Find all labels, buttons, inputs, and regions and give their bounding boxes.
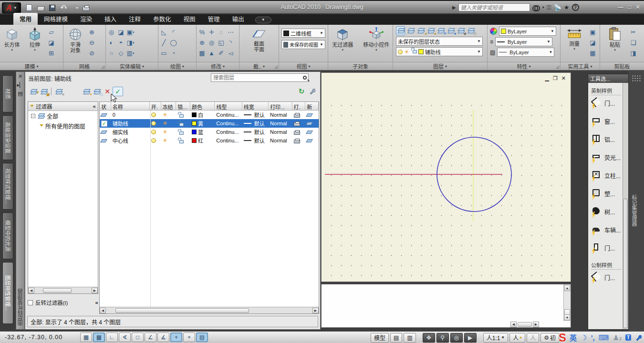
layer-plotstyle-cell[interactable]: Normal xyxy=(269,136,292,145)
layer-state-dropdown[interactable]: 未保存的图层状态▼ xyxy=(396,37,483,46)
column-header-4[interactable]: 锁... xyxy=(176,102,190,110)
layer-vpfreeze-icon[interactable] xyxy=(305,136,319,145)
scroll-left-icon[interactable]: ◀ xyxy=(28,288,34,293)
annotation-scale-button[interactable]: 人1:1▼ xyxy=(483,333,509,343)
layer-lock-icon[interactable] xyxy=(176,128,190,136)
panel-label-modeling[interactable]: 建模▾ xyxy=(0,62,63,70)
layer-name[interactable]: 辅助线 xyxy=(111,119,150,128)
select-similar-icon[interactable]: ◪ xyxy=(588,38,597,47)
layer-lock-icon[interactable] xyxy=(176,119,190,128)
angle-toggle[interactable]: ∠ xyxy=(145,333,156,342)
paste-button[interactable]: 粘贴▾ xyxy=(604,26,626,52)
paste-special-icon[interactable]: ◨ xyxy=(629,49,638,58)
calculator-icon[interactable]: ▦ xyxy=(588,49,597,58)
ortho-toggle[interactable]: ∟ xyxy=(106,333,118,342)
communication-center-icon[interactable]: 📡 xyxy=(554,4,561,11)
layer-freeze-sun-icon[interactable]: ☀ xyxy=(161,111,177,119)
layer-name[interactable]: 中心线 xyxy=(111,136,150,145)
no-filter-button[interactable]: 无过滤器▾ xyxy=(329,26,356,52)
layer-lineweight-cell[interactable]: 默认 xyxy=(242,111,269,119)
subtract-icon[interactable]: ◐ xyxy=(107,38,116,47)
circle-icon[interactable]: ◯ xyxy=(169,38,178,47)
quick-select-icon[interactable]: ▣ xyxy=(588,28,597,37)
layer-freeze-sun-icon[interactable]: ☀ xyxy=(161,119,177,128)
layer-previous-icon[interactable]: ◂ xyxy=(416,26,425,35)
layer-freeze-sun-icon[interactable]: ☀ xyxy=(161,136,177,145)
surface-icon[interactable]: ◪ xyxy=(47,38,56,47)
move-icon[interactable]: ✛ xyxy=(207,28,216,37)
subscription-key-icon[interactable]: ⚿ xyxy=(547,4,551,11)
mesh-refine-icon[interactable]: ⊕ xyxy=(87,28,96,37)
refresh-button[interactable]: ↻ xyxy=(296,87,307,96)
layer-row-细实线[interactable]: 细实线☀蓝Continu...默认Normal xyxy=(100,128,319,136)
polar-toggle[interactable]: ∢ xyxy=(119,333,131,342)
panel-label-clipboard[interactable]: 剪贴板 xyxy=(600,62,644,70)
layer-on-bulb-icon[interactable] xyxy=(150,119,161,128)
minimize-button[interactable]: — xyxy=(618,4,623,10)
scroll-thumb[interactable] xyxy=(115,308,249,313)
palette-tool-0-8[interactable]: 门... xyxy=(592,243,623,252)
layer-on-bulb-icon[interactable] xyxy=(150,136,161,145)
layer-plotstyle-cell[interactable]: Normal xyxy=(269,119,292,128)
steering-wheel-button[interactable]: ◎ xyxy=(450,333,463,343)
mesh-reduce-icon[interactable]: ⊖ xyxy=(87,38,96,47)
auto-annotate-button[interactable]: 人 xyxy=(527,333,539,343)
panel-label-mesh[interactable]: 网格◿ xyxy=(63,62,105,70)
model-space-button[interactable]: 模型 xyxy=(371,333,389,343)
panel-label-utilities[interactable]: 实用工具▾ xyxy=(561,62,600,70)
ribbon-tab-8[interactable]: 输出 xyxy=(226,13,250,25)
favorites-star-icon[interactable]: ★ xyxy=(564,4,570,11)
layer-row-辅助线[interactable]: ✓辅助线☀黄Continu...默认Normal xyxy=(100,119,319,128)
thicken-icon[interactable]: ◓ xyxy=(116,38,125,47)
layer-plot-printer-icon[interactable] xyxy=(292,136,306,145)
dock-tab-1[interactable]: 高级渲染设置 xyxy=(2,115,13,160)
layer-row-中心线[interactable]: 中心线☀红Continu...默认Normal xyxy=(100,136,319,145)
dyn-toggle[interactable]: + xyxy=(183,333,195,342)
palette-tool-1-0[interactable]: 门... xyxy=(592,272,623,282)
fillet-icon[interactable]: ◝ xyxy=(226,38,235,47)
otrack-toggle[interactable]: ∡ xyxy=(157,333,169,342)
palette-scrollbar[interactable] xyxy=(623,83,628,329)
palette-properties-icon[interactable]: ▤ xyxy=(18,91,22,96)
layer-search-input[interactable] xyxy=(211,73,309,82)
panel-label-view[interactable]: 视图▾ xyxy=(279,62,328,70)
ime-fullhalf-moon-icon[interactable]: ☽ xyxy=(581,333,587,342)
cut-scissors-icon[interactable]: ✂ xyxy=(629,28,638,37)
drawing-viewport[interactable]: ▁ ❐ ✕ xyxy=(321,72,571,282)
panel-label-modify[interactable]: 修改▾ xyxy=(197,62,239,70)
collapse-tree-button[interactable]: « xyxy=(93,103,96,109)
linetype-dropdown[interactable]: ByLayer▼ xyxy=(497,48,554,57)
ribbon-tab-4[interactable]: 注释 xyxy=(123,13,147,25)
table-horizontal-scrollbar[interactable]: ◀ ▶ xyxy=(100,307,319,313)
column-header-3[interactable]: 冻结 xyxy=(161,102,177,110)
scroll-thumb[interactable] xyxy=(518,322,532,327)
divide-icon[interactable]: % xyxy=(197,28,207,37)
layer-plot-printer-icon[interactable] xyxy=(292,119,306,128)
column-header-1[interactable]: 名称 xyxy=(111,102,150,110)
infocenter-collapse-icon[interactable]: ▶ xyxy=(452,5,456,10)
coordinates-readout[interactable]: -32.67, -7.30, 0.00 xyxy=(5,334,62,341)
zoom-button[interactable]: ⚲ xyxy=(436,333,449,343)
ribbon-minimize-button[interactable]: ▼ xyxy=(255,17,271,23)
pan-button[interactable]: ✥ xyxy=(423,333,435,343)
layer-lineweight-cell[interactable]: 默认 xyxy=(242,128,269,136)
panel-label-properties[interactable]: 特性▾◿ xyxy=(488,62,560,70)
trim-icon[interactable]: ◅ xyxy=(226,49,235,58)
search-input[interactable] xyxy=(458,3,530,11)
arc-icon[interactable]: ◜ xyxy=(169,28,178,37)
scroll-right-icon[interactable]: ▶ xyxy=(533,322,539,327)
new-property-filter-button[interactable] xyxy=(28,87,39,96)
layer-plotstyle-cell[interactable]: Normal xyxy=(269,128,292,136)
collapse-icon[interactable]: « xyxy=(95,300,98,305)
layer-on-bulb-icon[interactable] xyxy=(150,111,161,119)
lineweight-toggle[interactable]: ▤ xyxy=(196,333,208,342)
measure-button[interactable]: 测量▾ xyxy=(563,26,585,51)
align-icon[interactable]: ▲ xyxy=(207,49,216,58)
palette-tool-0-5[interactable]: 塑... xyxy=(592,189,623,198)
palette-tool-0-4[interactable]: 立柱... xyxy=(592,171,623,180)
scroll-right-icon[interactable]: ▶ xyxy=(92,288,98,293)
ribbon-tab-5[interactable]: 参数化 xyxy=(147,13,177,25)
new-group-filter-button[interactable]: ▣ xyxy=(39,87,49,96)
polyline-icon[interactable]: ◺ xyxy=(159,28,168,37)
layout-button[interactable]: ▤ xyxy=(390,333,402,343)
